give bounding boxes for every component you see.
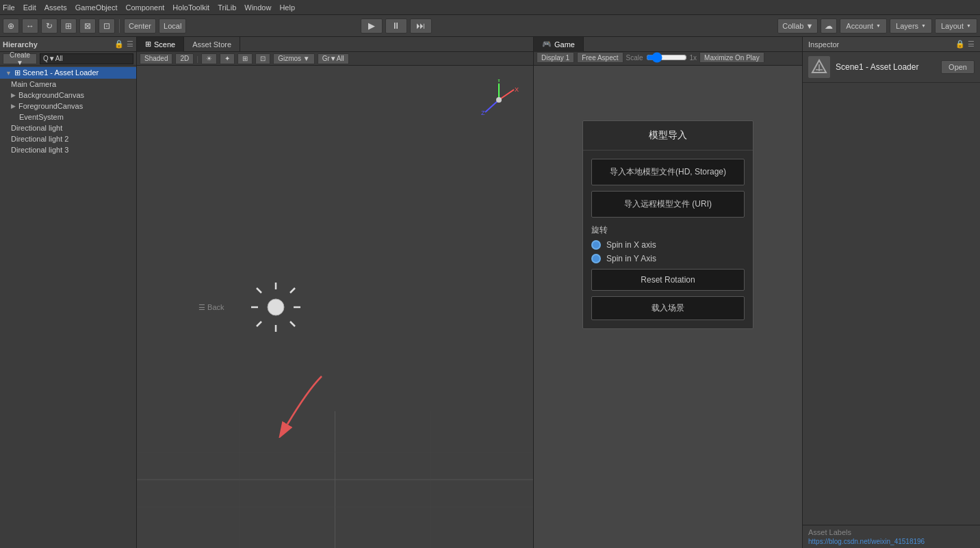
collab-button[interactable]: Collab ▼ xyxy=(777,18,818,34)
menu-component[interactable]: Component xyxy=(125,3,164,12)
svg-text:Z: Z xyxy=(481,109,485,116)
asset-labels-label: Asset Labels xyxy=(808,528,975,536)
gizmos-btn[interactable]: Gizmos ▼ xyxy=(273,53,315,64)
pause-button[interactable]: ⏸ xyxy=(385,18,407,34)
spin-x-radio[interactable] xyxy=(591,240,601,250)
toolbar-tool-rotate[interactable]: ↻ xyxy=(41,18,57,34)
hierarchy-item-dirlight3[interactable]: Directional light 3 xyxy=(0,144,136,155)
main-layout: Hierarchy 🔒 ☰ Create ▼ ▼ ⊞ Scene1 - Asse… xyxy=(0,37,980,548)
asset-store-tab[interactable]: Asset Store xyxy=(184,37,240,52)
inspector-header-icons: 🔒 ☰ xyxy=(955,40,975,49)
scene-toolbar-sep: | xyxy=(196,55,198,63)
display-btn[interactable]: Display 1 xyxy=(537,52,574,63)
spin-y-label: Spin in Y Axis xyxy=(606,254,656,263)
toolbar-tool-transform[interactable]: ⊡ xyxy=(99,18,115,34)
scene-toolbar-btn5[interactable]: ⊡ xyxy=(255,53,270,64)
maximize-btn[interactable]: Maximize On Play xyxy=(699,52,764,63)
hierarchy-item-fgcanvas[interactable]: ▶ ForegroundCanvas xyxy=(0,101,136,112)
scene-tab[interactable]: ⊞ Scene xyxy=(137,37,184,52)
hierarchy-item-label: Directional light 2 xyxy=(11,135,68,143)
menu-assets[interactable]: Assets xyxy=(44,3,67,12)
shaded-btn[interactable]: Shaded xyxy=(140,53,172,64)
hierarchy-item-label: ForegroundCanvas xyxy=(18,102,83,110)
toolbar-right: Collab ▼ ☁ Account Layers Layout xyxy=(777,18,977,34)
scale-slider[interactable] xyxy=(646,54,687,61)
game-tab-bar: 🎮 Game xyxy=(534,37,802,52)
menu-file[interactable]: File xyxy=(3,3,15,12)
import-local-btn[interactable]: 导入本地模型文件(HD, Storage) xyxy=(591,159,745,185)
hierarchy-lock-icon[interactable]: 🔒 xyxy=(114,40,124,49)
game-tab-label: Game xyxy=(554,40,575,49)
menu-bar: File Edit Assets GameObject Component Ho… xyxy=(0,0,980,15)
hierarchy-item-label: Main Camera xyxy=(11,80,56,88)
svg-line-13 xyxy=(290,322,295,326)
hierarchy-item-dirlight2[interactable]: Directional light 2 xyxy=(0,133,136,144)
hierarchy-item-label: Directional light xyxy=(11,124,62,132)
inspector-menu-icon[interactable]: ☰ xyxy=(968,40,975,49)
svg-line-2 xyxy=(485,100,499,112)
menu-trilib[interactable]: TriLib xyxy=(218,3,236,12)
scene-tab-icon: ⊞ xyxy=(145,40,151,49)
tree-expand-icon: ▶ xyxy=(11,92,16,99)
toolbar-local-btn[interactable]: Local xyxy=(159,18,186,34)
svg-point-3 xyxy=(496,97,502,103)
menu-edit[interactable]: Edit xyxy=(23,3,36,12)
import-remote-btn[interactable]: 导入远程模型文件 (URI) xyxy=(591,191,745,218)
hierarchy-create-btn[interactable]: Create ▼ xyxy=(3,53,37,64)
play-button[interactable]: ▶ xyxy=(361,18,383,34)
scale-label: Scale xyxy=(626,54,643,62)
asset-store-tab-label: Asset Store xyxy=(192,40,231,49)
back-label: ☰ Back xyxy=(198,302,224,311)
step-button[interactable]: ⏭ xyxy=(410,18,432,34)
game-tab[interactable]: 🎮 Game xyxy=(534,37,584,52)
aspect-btn[interactable]: Free Aspect xyxy=(577,52,623,63)
hierarchy-menu-icon[interactable]: ☰ xyxy=(127,40,133,49)
menu-holotoolkit[interactable]: HoloToolkit xyxy=(172,3,209,12)
scene-game-row: ⊞ Scene Asset Store Shaded 2D | ☀ ✦ ⊞ ⊡ … xyxy=(137,37,802,548)
inspector-panel: Inspector 🔒 ☰ Scene1 - Asset Loader Open… xyxy=(802,37,980,548)
spin-x-option[interactable]: Spin in X axis xyxy=(591,240,745,250)
layers-button[interactable]: Layers xyxy=(890,18,932,34)
hierarchy-item-eventsystem[interactable]: EventSystem xyxy=(0,112,136,122)
cloud-button[interactable]: ☁ xyxy=(821,18,837,34)
hierarchy-item-bgcanvas[interactable]: ▶ BackgroundCanvas xyxy=(0,90,136,101)
hierarchy-item-label: EventSystem xyxy=(19,113,64,121)
asset-labels-section: Asset Labels https://blog.csdn.net/weixi… xyxy=(803,525,980,548)
load-scene-btn[interactable]: 载入场景 xyxy=(591,296,745,320)
hierarchy-search[interactable] xyxy=(40,53,133,64)
sun-light-icon[interactable]: ☀ xyxy=(201,53,217,64)
game-toolbar: Display 1 Free Aspect Scale 1x Maximize … xyxy=(534,52,802,66)
inspector-lock-icon[interactable]: 🔒 xyxy=(955,40,965,49)
inspector-header: Inspector 🔒 ☰ xyxy=(803,37,980,52)
2d-btn[interactable]: 2D xyxy=(175,53,194,64)
hierarchy-header-icons: 🔒 ☰ xyxy=(114,40,133,49)
game-tab-icon: 🎮 xyxy=(542,40,552,49)
toolbar-tool-translate[interactable]: ↔ xyxy=(22,18,38,34)
scene-toolbar-btn4[interactable]: ⊞ xyxy=(237,53,253,64)
scene-all-btn[interactable]: Gr▼All xyxy=(318,53,349,64)
toolbar-tool-scale[interactable]: ⊞ xyxy=(60,18,77,34)
hierarchy-item-dirlight1[interactable]: Directional light xyxy=(0,122,136,133)
fx-btn[interactable]: ✦ xyxy=(220,53,235,64)
spin-y-option[interactable]: Spin in Y Axis xyxy=(591,254,745,263)
svg-text:X: X xyxy=(515,86,519,93)
account-button[interactable]: Account xyxy=(840,18,887,34)
scene-viewport: X Y Z xyxy=(137,66,533,548)
spin-y-radio[interactable] xyxy=(591,254,601,263)
toolbar-playcontrols: ▶ ⏸ ⏭ xyxy=(361,18,432,34)
menu-help[interactable]: Help xyxy=(279,3,295,12)
modal-dialog: 模型导入 导入本地模型文件(HD, Storage) 导入远程模型文件 (URI… xyxy=(582,120,753,329)
hierarchy-item-maincamera[interactable]: Main Camera xyxy=(0,79,136,90)
layout-button[interactable]: Layout xyxy=(935,18,977,34)
game-overlay: 模型导入 导入本地模型文件(HD, Storage) 导入远程模型文件 (URI… xyxy=(534,66,802,548)
menu-window[interactable]: Window xyxy=(244,3,271,12)
inspector-open-btn[interactable]: Open xyxy=(941,60,975,74)
modal-body: 导入本地模型文件(HD, Storage) 导入远程模型文件 (URI) 旋转 … xyxy=(583,151,753,328)
reset-rotation-btn[interactable]: Reset Rotation xyxy=(591,269,745,291)
toolbar-tool-rect[interactable]: ⊠ xyxy=(79,18,96,34)
inspector-body xyxy=(803,83,980,525)
toolbar-tool-move[interactable]: ⊕ xyxy=(3,18,19,34)
toolbar-center-btn[interactable]: Center xyxy=(124,18,156,34)
menu-gameobject[interactable]: GameObject xyxy=(75,3,118,12)
hierarchy-item-scene[interactable]: ▼ ⊞ Scene1 - Asset Loader xyxy=(0,67,136,79)
